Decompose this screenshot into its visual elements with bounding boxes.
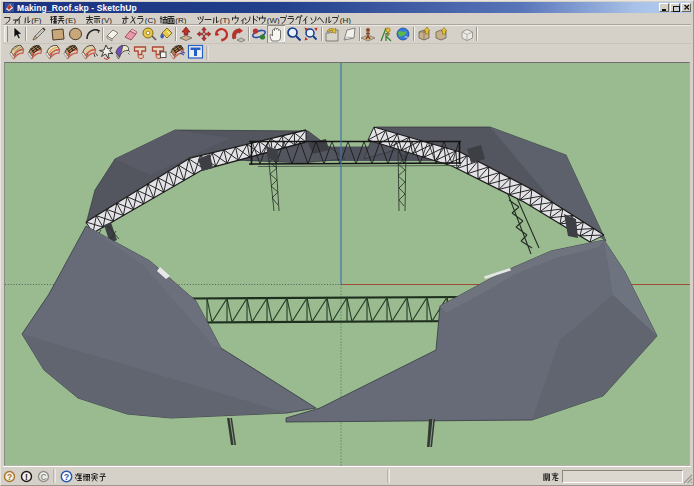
svg-text:?: ?	[64, 472, 70, 482]
svg-text:?: ?	[7, 472, 12, 482]
svg-text:(T): (T)	[220, 16, 231, 25]
svg-text:(V): (V)	[101, 16, 112, 25]
svg-text:!: !	[25, 472, 28, 482]
svg-text:(F): (F)	[31, 16, 42, 25]
svg-text:(E): (E)	[65, 16, 76, 25]
svg-text:(C): (C)	[145, 16, 156, 25]
svg-text:(H): (H)	[340, 16, 351, 25]
svg-text:(R): (R)	[175, 16, 186, 25]
svg-text:C: C	[40, 472, 46, 482]
svg-text:(W): (W)	[267, 16, 280, 25]
